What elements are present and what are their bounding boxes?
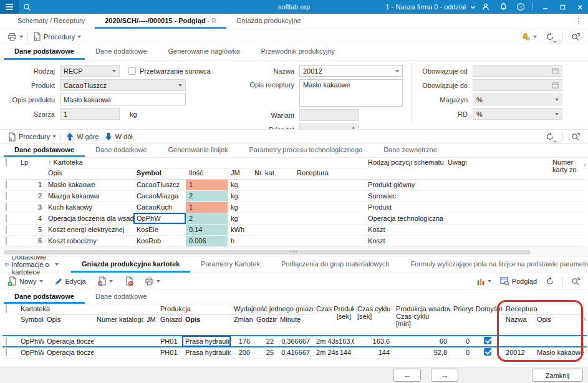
cell-minute[interactable]: 0,366667 <box>277 336 313 347</box>
table-row[interactable]: 5 Koszt energi elektrycznej KosEle 0.14 … <box>2 224 586 235</box>
cell-symbol[interactable]: KosRob <box>133 235 186 246</box>
row-checkbox[interactable] <box>6 180 7 189</box>
filter-search-button[interactable] <box>569 277 583 286</box>
tab-parametry-kartotek[interactable]: Parametry Kartotek <box>190 256 271 273</box>
zamknij-button[interactable]: Zamknij <box>532 369 583 382</box>
col-uwagi[interactable]: Uwagi <box>445 158 549 179</box>
cell-jm[interactable] <box>143 336 157 347</box>
col-gniazdo-opis[interactable]: Opis <box>182 314 231 336</box>
cell-uwagi[interactable] <box>445 224 549 235</box>
table-row[interactable]: 1 Masło kakaowe CacaoTluszcz 1 kg Produk… <box>2 179 586 190</box>
cell-symbol-selected[interactable]: OpPhW <box>133 213 186 224</box>
cell-opis[interactable]: Operacja tłoczenia dla wsadu <box>45 213 133 224</box>
nazwa-combo[interactable]: 20012 <box>299 65 403 77</box>
company-selector[interactable]: 1 - Nasza firma 0 - oddział <box>386 3 466 11</box>
domyslna-checkbox[interactable] <box>484 348 491 356</box>
col-czas-produkcji[interactable]: Czas Produkcji[sek] <box>313 304 354 336</box>
select-all-checkbox[interactable] <box>6 304 7 313</box>
chart-button[interactable] <box>474 277 494 286</box>
cell-symbol[interactable]: OpPhW <box>17 336 44 347</box>
tab-generowanie-linijek[interactable]: Generowanie linijek <box>158 144 239 157</box>
cell-ilosc[interactable]: 0.006 <box>186 235 228 246</box>
przetwarzanie-surowca-checkbox[interactable] <box>128 67 136 75</box>
cell-ilosc[interactable]: 1 <box>186 179 228 190</box>
minimize-button[interactable] <box>537 0 553 14</box>
move-down-button[interactable]: W dół <box>102 132 135 141</box>
hamburger-menu-button[interactable] <box>0 0 19 14</box>
close-button[interactable] <box>572 0 588 14</box>
tab-dane-dodatkowe[interactable]: Dane dodatkowe <box>85 44 158 60</box>
filter-search-button[interactable] <box>569 32 583 41</box>
domyslna-checkbox[interactable] <box>484 337 491 344</box>
cell-ilosc[interactable]: 2 <box>186 190 228 201</box>
previous-record-button[interactable]: ← <box>393 369 421 382</box>
cell-receptura-opis[interactable]: Masło kakaowe <box>534 347 587 358</box>
cell-ilosc[interactable]: 0.14 <box>186 224 228 235</box>
tab-dane-zewnetrzne[interactable]: Dane zewnętrzne <box>373 144 448 157</box>
document-info-button[interactable] <box>95 276 115 286</box>
row-checkbox[interactable] <box>6 337 7 346</box>
tab-overflow-menu[interactable]: ⋮ <box>575 17 583 26</box>
tab-dane-dodatkowe[interactable]: Dane dodatkowe <box>85 144 158 157</box>
row-checkbox[interactable] <box>6 192 7 200</box>
cell-jm[interactable]: h <box>228 235 251 246</box>
cell-symbol[interactable]: CacaoMiazga <box>133 190 186 201</box>
cell-opis[interactable]: Miazga kakaowa <box>45 190 133 201</box>
row-checkbox[interactable] <box>6 203 7 211</box>
col-receptura[interactable]: Receptura <box>294 168 365 179</box>
cell-receptura[interactable] <box>294 213 365 224</box>
cell-uwagi[interactable] <box>445 235 549 246</box>
col-ilosc[interactable]: Ilość <box>186 168 228 179</box>
obowiazuje-od-datepicker[interactable] <box>473 65 562 77</box>
col-priorytet[interactable]: Priorytet <box>450 304 473 336</box>
print-button[interactable] <box>5 32 26 41</box>
tab-gniazda-produkcyjne-kartotek[interactable]: Gniazda produkcyjne kartotek <box>71 256 190 273</box>
tab-dane-dodatkowe[interactable]: Dane dodatkowe <box>85 290 158 304</box>
cell-symbol[interactable]: OpPhW <box>17 347 44 358</box>
cell-numer-karty[interactable] <box>549 235 586 246</box>
cell-godzine[interactable]: 22 <box>253 336 277 347</box>
cell-receptura[interactable] <box>294 235 365 246</box>
cell-nr-kat[interactable] <box>251 224 294 235</box>
cell-rodzaj[interactable]: Koszt <box>365 224 445 235</box>
rd-select[interactable]: % <box>473 108 562 120</box>
table-row[interactable]: 3 Kuch kakaowy CacaoKuch 1 kg Produkt <box>2 201 586 213</box>
table-row[interactable]: 4 Operacja tłoczenia dla wsadu OpPhW 2 k… <box>2 213 586 224</box>
cell-symbol[interactable]: CacaoKuch <box>133 201 186 213</box>
rodzaj-select[interactable]: RECP <box>60 65 120 77</box>
cell-ilosc[interactable]: 1 <box>186 201 228 213</box>
cell-produkcja-wsadowa[interactable]: 52,8 <box>393 347 450 358</box>
cell-nr-kat[interactable] <box>251 213 294 224</box>
table-row[interactable]: 2 Miazga kakaowa CacaoMiazga 2 kg Surowi… <box>2 190 586 201</box>
col-jm[interactable]: JM <box>143 314 157 336</box>
col-minute[interactable]: Minutę <box>277 314 313 336</box>
col-nr-kat[interactable]: Nr. kat. <box>251 168 294 179</box>
cell-numer-karty[interactable] <box>549 213 586 224</box>
cell-receptura-nazwa[interactable] <box>503 336 534 347</box>
cell-rodzaj[interactable]: Koszt <box>365 235 445 246</box>
cell-numer-karty[interactable] <box>549 201 586 213</box>
cell-gniazdo[interactable]: PH01 <box>157 347 182 358</box>
chevron-down-icon[interactable] <box>470 4 476 11</box>
filter-search-button[interactable] <box>569 132 583 141</box>
cell-jm[interactable]: kWh <box>228 224 251 235</box>
col-numer-katalogowy[interactable]: Numer katalogowy <box>94 314 143 336</box>
col-gniazdo[interactable]: Gniazdo <box>157 314 182 336</box>
cell-uwagi[interactable] <box>445 201 549 213</box>
select-all-checkbox[interactable] <box>6 158 7 167</box>
cell-lp[interactable]: 4 <box>17 213 45 224</box>
cell-czas-produkcji[interactable]: 2m 43s163,64 <box>313 336 354 347</box>
cell-ilosc[interactable]: 2 <box>186 213 228 224</box>
cell-rodzaj[interactable]: Operacja technologiczna <box>365 213 445 224</box>
print-button[interactable] <box>142 277 163 286</box>
tab-dane-podstawowe[interactable]: Dane podstawowe <box>4 44 85 60</box>
cell-jm[interactable]: kg <box>228 190 251 201</box>
tab-formuly-wyliczajace[interactable]: Formuły wyliczające pola na linijce na p… <box>400 256 588 273</box>
nowy-button[interactable]: Nowy <box>5 276 46 286</box>
cell-gniazdo-opis-selected[interactable]: Prasa hydraulicz <box>182 336 231 347</box>
cell-uwagi[interactable] <box>445 179 549 190</box>
cell-uwagi[interactable] <box>445 213 549 224</box>
move-up-button[interactable]: W górę <box>63 132 101 141</box>
col-numer-karty[interactable]: Numer karty zn <box>549 158 586 179</box>
tab-dane-podstawowe[interactable]: Dane podstawowe <box>4 144 85 157</box>
